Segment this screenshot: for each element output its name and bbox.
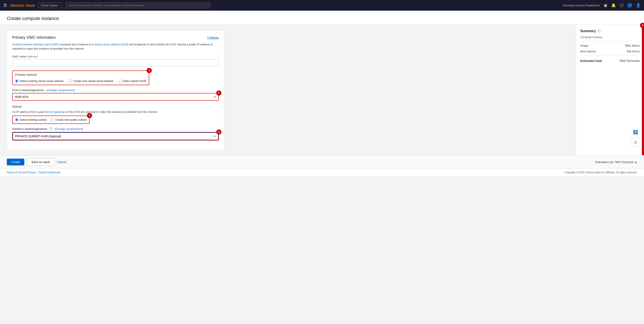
scrollbar-indicator[interactable]: 5 xyxy=(642,25,644,155)
summary-total-label: Estimated total xyxy=(580,59,602,63)
subnet-label: Subnet xyxy=(12,105,219,108)
subnet-compartment-row: Subnet in IwanHoogendoorn ⓘ (Change comp… xyxy=(12,127,219,131)
create-button[interactable]: Create xyxy=(7,159,24,165)
accessibility-icon[interactable]: ♿ xyxy=(631,128,640,136)
hamburger-menu-icon[interactable]: ☰ xyxy=(4,3,7,8)
topnav-right-area: Germany Central (Frankfurt) ▾ ▣ 🔔 ⓘ 🌐 👤 xyxy=(563,3,640,8)
change-compartment-link[interactable]: (Change compartment) xyxy=(46,89,75,92)
vcn-link[interactable]: virtual cloud network (VCN) xyxy=(94,43,128,46)
page-header: Create compute instance xyxy=(0,11,644,25)
notification-bell-icon[interactable]: 🔔 xyxy=(611,3,616,8)
internet-gateway-link[interactable]: internet gateway xyxy=(44,110,64,113)
vcn-compartment-field-group: VCN in IwanHoogendoorn (Change compartme… xyxy=(12,89,219,101)
summary-total-row: Estimated total ₹697.81/month xyxy=(580,59,640,63)
quick-actions-area: ♿ ☷ xyxy=(631,128,640,147)
primary-vnic-card: Primary VNIC information Collapse A virt… xyxy=(7,30,224,150)
radio-select-existing-vcn-input[interactable] xyxy=(15,79,18,83)
estimated-cost-chevron[interactable]: ▲ xyxy=(634,161,637,164)
summary-boot-label: Boot volume xyxy=(580,50,596,53)
radio-select-existing-vcn-label: Select existing virtual cloud network xyxy=(20,79,64,83)
region-dropdown-icon: ▾ xyxy=(598,4,600,7)
estimated-cost-text: Estimated cost: ₹697.81/month xyxy=(595,161,634,164)
summary-divider xyxy=(580,41,640,41)
vnic-label: VNIC name Optional xyxy=(12,55,219,58)
card-header: Primary VNIC information Collapse xyxy=(12,35,219,40)
vcn-select-annotated: 2 HUB-VCN xyxy=(12,93,219,101)
radio-enter-ocid-input[interactable] xyxy=(118,79,122,83)
save-as-stack-button[interactable]: Save as stack xyxy=(27,158,54,166)
primary-network-label: Primary network xyxy=(15,73,146,76)
annotation-badge-4: 4 xyxy=(216,129,222,135)
language-globe-icon[interactable]: 🌐 xyxy=(628,3,632,8)
vcn-select[interactable]: HUB-VCN xyxy=(12,93,218,100)
radio-create-new-vcn-label: Create new virtual cloud network xyxy=(73,79,113,83)
radio-create-public-subnet-input[interactable] xyxy=(51,118,54,121)
summary-total-divider xyxy=(580,55,640,56)
summary-shape-value: ₹661.56/mo xyxy=(625,44,640,47)
card-title: Primary VNIC information xyxy=(12,35,56,40)
footer-copyright: Copyright © 2024, Oracle and/or its affi… xyxy=(564,171,637,174)
cloud-logo-text: Cloud xyxy=(25,3,34,7)
subnet-section: Subnet An IP address from a pub internet… xyxy=(12,105,219,140)
summary-info-icon[interactable]: ⓘ xyxy=(598,29,600,33)
cookie-preferences-link[interactable]: Cookie Preferences xyxy=(38,171,60,174)
search-input[interactable] xyxy=(66,2,210,8)
vnic-link[interactable]: virtual network interface card (VNIC) xyxy=(15,43,60,46)
annotation-badge-2: 2 xyxy=(216,90,222,96)
summary-shape-label: Shape xyxy=(580,44,588,47)
primary-network-annotated-box: 1 Primary network Select existing virtua… xyxy=(12,70,149,85)
summary-boot-row: Boot volume ₹36.25/mo xyxy=(580,50,640,53)
subnet-change-compartment-link[interactable]: (Change compartment) xyxy=(54,127,83,130)
subnet-select-annotated: 4 PRIVATE-SUBNET-HUB (regional) xyxy=(12,132,219,140)
subnet-compartment-field-group: Subnet in IwanHoogendoorn ⓘ (Change comp… xyxy=(12,127,219,140)
vcn-compartment-label: VCN in IwanHoogendoorn xyxy=(12,89,44,92)
grid-apps-icon[interactable]: ☷ xyxy=(631,138,640,147)
subnet-description: An IP address from a pub internet gatewa… xyxy=(12,110,219,114)
primary-network-radio-group: Select existing virtual cloud network Cr… xyxy=(15,79,146,83)
summary-boot-value: ₹36.25/mo xyxy=(626,50,640,53)
region-label: Germany Central (Frankfurt) xyxy=(563,4,598,7)
subnet-select[interactable]: PRIVATE-SUBNET-HUB (regional) xyxy=(12,132,218,140)
summary-title: Summary xyxy=(580,29,596,33)
vnic-name-field-group: VNIC name Optional xyxy=(12,55,219,67)
oracle-logo-text: ORACLE xyxy=(10,3,24,7)
page-title: Create compute instance xyxy=(7,16,637,21)
cancel-link[interactable]: Cancel xyxy=(57,160,66,164)
top-nav: ☰ ORACLE Cloud Cloud Classic › Germany C… xyxy=(0,0,644,11)
vcn-compartment-row: VCN in IwanHoogendoorn (Change compartme… xyxy=(12,89,219,92)
radio-select-existing-subnet-input[interactable] xyxy=(15,118,18,121)
radio-create-public-subnet-label: Create new public subnet xyxy=(55,118,86,121)
collapse-link[interactable]: Collapse xyxy=(207,36,219,39)
estimated-cost-display: Estimated cost: ₹697.81/month ▲ xyxy=(595,161,637,164)
annotation-badge-3: 3 xyxy=(87,113,92,118)
cloud-shell-icon[interactable]: ▣ xyxy=(604,3,607,8)
radio-select-existing-subnet-label: Select existing subnet xyxy=(20,118,46,121)
subnet-info-icon[interactable]: ⓘ xyxy=(50,127,52,131)
page-content: Primary VNIC information Collapse A virt… xyxy=(0,25,644,155)
terms-link[interactable]: Terms of Use and Privacy xyxy=(7,171,36,174)
radio-create-public-subnet[interactable]: Create new public subnet xyxy=(51,118,86,121)
user-profile-icon[interactable]: 👤 xyxy=(636,3,640,8)
help-icon[interactable]: ⓘ xyxy=(620,3,624,8)
main-area: Primary VNIC information Collapse A virt… xyxy=(0,25,576,155)
region-selector[interactable]: Germany Central (Frankfurt) ▾ xyxy=(563,4,600,7)
radio-enter-ocid[interactable]: Enter subnet OCID xyxy=(118,79,146,83)
vnic-optional-label: Optional xyxy=(27,55,38,58)
radio-create-new-vcn-input[interactable] xyxy=(68,79,72,83)
desc-part2: connects your instance to a xyxy=(60,43,94,46)
radio-enter-ocid-label: Enter subnet OCID xyxy=(123,79,146,83)
card-description: A virtual network interface card (VNIC) … xyxy=(12,42,219,51)
summary-subtitle: Compute instance xyxy=(580,35,640,39)
summary-title-row: Summary ⓘ xyxy=(580,29,640,33)
subnet-select-wrapper: 4 PRIVATE-SUBNET-HUB (regional) xyxy=(12,132,219,140)
annotation-badge-5: 5 xyxy=(640,23,644,28)
radio-select-existing-subnet[interactable]: Select existing subnet xyxy=(15,118,46,121)
radio-select-existing-vcn[interactable]: Select existing virtual cloud network xyxy=(15,79,64,83)
subnet-radio-wrapper: 3 Select existing subnet Create new publ… xyxy=(12,116,90,124)
bottom-bar: Create Save as stack Cancel Estimated co… xyxy=(0,155,644,169)
cloud-classic-button[interactable]: Cloud Classic › xyxy=(38,3,62,8)
vnic-name-input[interactable] xyxy=(12,59,219,67)
subnet-compartment-label: Subnet in IwanHoogendoorn xyxy=(12,127,47,130)
radio-create-new-vcn[interactable]: Create new virtual cloud network xyxy=(68,79,113,83)
vcn-select-wrapper: 2 HUB-VCN xyxy=(12,93,219,101)
